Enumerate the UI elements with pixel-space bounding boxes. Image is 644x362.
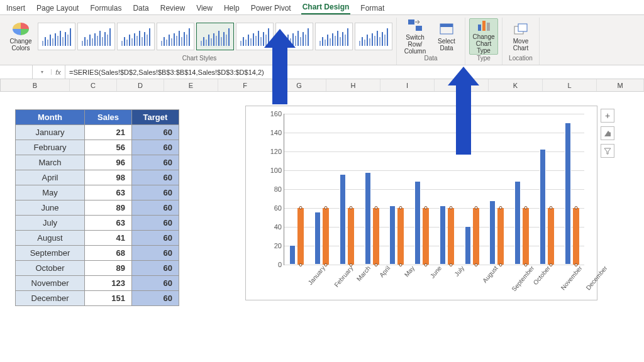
bar-sales[interactable] xyxy=(440,206,446,265)
bar-group[interactable] xyxy=(289,114,304,265)
table-cell[interactable]: May xyxy=(16,185,85,200)
bar-target[interactable] xyxy=(423,208,429,265)
change-colors-button[interactable]: Change Colors xyxy=(6,18,35,55)
bar-target[interactable] xyxy=(548,208,554,265)
table-cell[interactable]: 60 xyxy=(132,276,179,291)
table-cell[interactable]: 89 xyxy=(85,261,132,276)
table-cell[interactable]: 123 xyxy=(85,276,132,291)
chart-styles-button[interactable] xyxy=(601,126,614,140)
bar-target[interactable] xyxy=(297,208,304,265)
plot-area[interactable]: 020406080100120140160 xyxy=(284,114,584,265)
table-cell[interactable]: 60 xyxy=(132,155,179,170)
table-cell[interactable]: January xyxy=(16,125,85,140)
tab-formulas[interactable]: Formulas xyxy=(89,1,123,14)
table-cell[interactable]: April xyxy=(16,170,85,185)
bar-target[interactable] xyxy=(573,208,579,265)
bar-group[interactable] xyxy=(365,114,379,265)
bar-target[interactable] xyxy=(348,208,354,265)
bar-group[interactable] xyxy=(489,114,504,265)
switch-row-column-button[interactable]: Switch Row/ Column xyxy=(401,18,430,55)
table-cell[interactable]: 96 xyxy=(85,155,132,170)
chart-style-thumb[interactable] xyxy=(315,23,353,50)
table-cell[interactable]: 60 xyxy=(132,216,179,231)
bar-target[interactable] xyxy=(373,208,379,265)
tab-page-layout[interactable]: Page Layout xyxy=(35,1,80,14)
table-cell[interactable]: 68 xyxy=(85,246,132,261)
table-cell[interactable]: 60 xyxy=(132,246,179,261)
bar-sales[interactable] xyxy=(414,181,421,265)
table-cell[interactable]: 63 xyxy=(85,216,132,231)
column-header[interactable]: E xyxy=(164,79,218,91)
select-data-button[interactable]: Select Data xyxy=(432,18,461,55)
tab-chart-design[interactable]: Chart Design xyxy=(301,0,351,14)
chart-style-thumb[interactable] xyxy=(38,23,75,50)
table-cell[interactable]: 41 xyxy=(85,231,132,246)
column-header[interactable]: L xyxy=(543,79,597,91)
bar-sales[interactable] xyxy=(489,200,496,265)
table-cell[interactable]: June xyxy=(16,200,85,216)
table-cell[interactable]: 60 xyxy=(132,185,179,200)
bar-group[interactable] xyxy=(540,114,554,265)
table-cell[interactable]: August xyxy=(16,231,85,246)
bar-target[interactable] xyxy=(497,208,504,265)
bar-group[interactable] xyxy=(565,114,579,265)
bar-sales[interactable] xyxy=(389,206,396,265)
bar-sales[interactable] xyxy=(565,123,571,265)
bar-group[interactable] xyxy=(389,114,404,265)
move-chart-button[interactable]: Move Chart xyxy=(506,18,535,55)
table-cell[interactable]: 89 xyxy=(85,200,132,216)
table-cell[interactable]: 60 xyxy=(132,140,179,155)
table-cell[interactable]: October xyxy=(16,261,85,276)
table-cell[interactable]: March xyxy=(16,155,85,170)
table-cell[interactable]: September xyxy=(16,246,85,261)
column-header[interactable]: M xyxy=(597,79,644,91)
bar-target[interactable] xyxy=(397,208,404,265)
tab-data[interactable]: Data xyxy=(131,1,150,14)
bar-sales[interactable] xyxy=(514,181,521,265)
bar-target[interactable] xyxy=(473,208,479,265)
chart-style-thumb[interactable] xyxy=(157,23,194,50)
bar-target[interactable] xyxy=(323,208,329,265)
chart-object[interactable]: 020406080100120140160 JanuaryFebruaryMar… xyxy=(245,106,597,300)
tab-view[interactable]: View xyxy=(195,1,214,14)
chart-style-thumb[interactable] xyxy=(196,23,234,50)
tab-format[interactable]: Format xyxy=(359,1,386,14)
table-cell[interactable]: 56 xyxy=(85,140,132,155)
chart-style-thumb[interactable] xyxy=(77,23,115,50)
table-cell[interactable]: 60 xyxy=(132,125,179,140)
table-cell[interactable]: 60 xyxy=(132,200,179,216)
chart-filters-button[interactable] xyxy=(601,144,614,158)
bar-group[interactable] xyxy=(340,114,354,265)
change-chart-type-button[interactable]: Change Chart Type xyxy=(469,18,498,55)
column-header[interactable]: C xyxy=(70,79,117,91)
bar-target[interactable] xyxy=(448,208,454,265)
table-cell[interactable]: November xyxy=(16,276,85,291)
bar-sales[interactable] xyxy=(289,245,296,265)
tab-power-pivot[interactable]: Power Pivot xyxy=(250,1,292,14)
column-header[interactable]: H xyxy=(326,79,380,91)
tab-review[interactable]: Review xyxy=(159,1,186,14)
chart-elements-button[interactable]: + xyxy=(601,109,614,123)
bar-group[interactable] xyxy=(314,114,329,265)
fx-icon[interactable]: fx xyxy=(52,65,65,79)
table-cell[interactable]: 60 xyxy=(132,261,179,276)
tab-insert[interactable]: Insert xyxy=(5,1,26,14)
table-cell[interactable]: 151 xyxy=(85,291,132,306)
table-cell[interactable]: 98 xyxy=(85,170,132,185)
bar-group[interactable] xyxy=(514,114,529,265)
column-header[interactable]: K xyxy=(489,79,543,91)
bar-sales[interactable] xyxy=(314,212,321,265)
name-box[interactable] xyxy=(0,65,33,79)
table-cell[interactable]: 63 xyxy=(85,185,132,200)
chart-style-thumb[interactable] xyxy=(355,23,392,50)
formula-input[interactable]: =SERIES(Sales!$D$2,Sales!$B$3:$B$14,Sale… xyxy=(65,65,644,79)
bar-target[interactable] xyxy=(523,208,529,265)
bar-sales[interactable] xyxy=(340,174,346,265)
chart-style-thumb[interactable] xyxy=(117,23,155,50)
chart-style-gallery[interactable] xyxy=(38,23,392,50)
table-cell[interactable]: 60 xyxy=(132,231,179,246)
bar-sales[interactable] xyxy=(465,226,471,265)
tab-help[interactable]: Help xyxy=(223,1,241,14)
table-cell[interactable]: 60 xyxy=(132,170,179,185)
column-header[interactable]: I xyxy=(380,79,435,91)
